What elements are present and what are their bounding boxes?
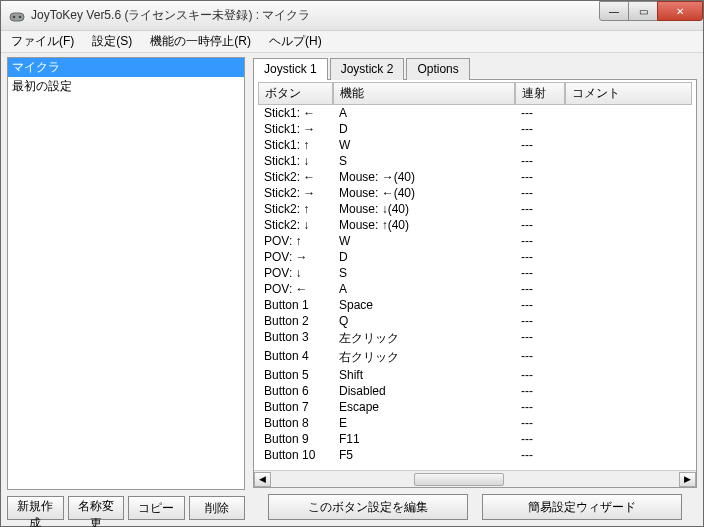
table-row[interactable]: Button 2Q--- bbox=[258, 313, 692, 329]
cell-function: E bbox=[333, 415, 515, 431]
table-row[interactable]: Stick2: ↓Mouse: ↑(40)--- bbox=[258, 217, 692, 233]
tab[interactable]: Joystick 1 bbox=[253, 58, 328, 80]
scroll-left-button[interactable]: ◀ bbox=[254, 472, 271, 487]
table-row[interactable]: Stick2: ←Mouse: →(40)--- bbox=[258, 169, 692, 185]
cell-turbo: --- bbox=[515, 265, 565, 281]
maximize-button[interactable]: ▭ bbox=[628, 1, 658, 21]
cell-button: Stick1: ↓ bbox=[258, 153, 333, 169]
cell-function: W bbox=[333, 137, 515, 153]
table-row[interactable]: Button 5Shift--- bbox=[258, 367, 692, 383]
rename-profile-button[interactable]: 名称変更 bbox=[68, 496, 125, 520]
column-comment[interactable]: コメント bbox=[565, 82, 692, 105]
cell-comment bbox=[565, 153, 692, 169]
cell-comment bbox=[565, 383, 692, 399]
cell-comment bbox=[565, 399, 692, 415]
menu-help[interactable]: ヘルプ(H) bbox=[265, 31, 326, 52]
cell-button: Button 5 bbox=[258, 367, 333, 383]
new-profile-button[interactable]: 新規作成 bbox=[7, 496, 64, 520]
tab[interactable]: Joystick 2 bbox=[330, 58, 405, 80]
cell-turbo: --- bbox=[515, 313, 565, 329]
table-row[interactable]: Button 6Disabled--- bbox=[258, 383, 692, 399]
cell-button: POV: ← bbox=[258, 281, 333, 297]
cell-turbo: --- bbox=[515, 201, 565, 217]
scroll-thumb[interactable] bbox=[414, 473, 504, 486]
table-row[interactable]: POV: ↓S--- bbox=[258, 265, 692, 281]
tab-row: Joystick 1Joystick 2Options bbox=[253, 57, 697, 79]
minimize-button[interactable]: — bbox=[599, 1, 629, 21]
cell-function: Disabled bbox=[333, 383, 515, 399]
window-controls: — ▭ ✕ bbox=[600, 1, 703, 21]
table-row[interactable]: POV: ↑W--- bbox=[258, 233, 692, 249]
cell-comment bbox=[565, 105, 692, 121]
cell-button: Button 3 bbox=[258, 329, 333, 348]
cell-function: 右クリック bbox=[333, 348, 515, 367]
profile-item[interactable]: 最初の設定 bbox=[8, 77, 244, 96]
table-row[interactable]: Stick1: ↓S--- bbox=[258, 153, 692, 169]
maximize-icon: ▭ bbox=[639, 6, 648, 17]
table-row[interactable]: Stick1: ↑W--- bbox=[258, 137, 692, 153]
table-row[interactable]: Button 7Escape--- bbox=[258, 399, 692, 415]
edit-mapping-button[interactable]: このボタン設定を編集 bbox=[268, 494, 468, 520]
cell-function: Mouse: ←(40) bbox=[333, 185, 515, 201]
wizard-button[interactable]: 簡易設定ウィザード bbox=[482, 494, 682, 520]
cell-comment bbox=[565, 233, 692, 249]
column-function[interactable]: 機能 bbox=[333, 82, 515, 105]
cell-button: POV: ↓ bbox=[258, 265, 333, 281]
cell-function: Q bbox=[333, 313, 515, 329]
scroll-right-button[interactable]: ▶ bbox=[679, 472, 696, 487]
menu-file[interactable]: ファイル(F) bbox=[7, 31, 78, 52]
column-button[interactable]: ボタン bbox=[258, 82, 333, 105]
cell-button: Stick2: → bbox=[258, 185, 333, 201]
cell-function: Escape bbox=[333, 399, 515, 415]
svg-point-1 bbox=[13, 15, 16, 18]
cell-button: POV: ↑ bbox=[258, 233, 333, 249]
titlebar[interactable]: JoyToKey Ver5.6 (ライセンスキー未登録) : マイクラ — ▭ … bbox=[1, 1, 703, 31]
copy-profile-button[interactable]: コピー bbox=[128, 496, 185, 520]
cell-comment bbox=[565, 415, 692, 431]
table-row[interactable]: Stick1: ←A--- bbox=[258, 105, 692, 121]
cell-turbo: --- bbox=[515, 105, 565, 121]
table-row[interactable]: Button 8E--- bbox=[258, 415, 692, 431]
table-row[interactable]: Button 9F11--- bbox=[258, 431, 692, 447]
table-row[interactable]: Button 4右クリック--- bbox=[258, 348, 692, 367]
cell-comment bbox=[565, 201, 692, 217]
table-row[interactable]: Button 1Space--- bbox=[258, 297, 692, 313]
cell-comment bbox=[565, 313, 692, 329]
horizontal-scrollbar[interactable]: ◀ ▶ bbox=[254, 470, 696, 487]
cell-turbo: --- bbox=[515, 217, 565, 233]
cell-button: Stick2: ↓ bbox=[258, 217, 333, 233]
cell-function: F11 bbox=[333, 431, 515, 447]
cell-button: Stick1: ↑ bbox=[258, 137, 333, 153]
cell-turbo: --- bbox=[515, 137, 565, 153]
table-row[interactable]: Stick2: ↑Mouse: ↓(40)--- bbox=[258, 201, 692, 217]
content-area: マイクラ最初の設定 新規作成 名称変更 コピー 削除 Joystick 1Joy… bbox=[1, 53, 703, 526]
table-row[interactable]: Stick1: →D--- bbox=[258, 121, 692, 137]
cell-button: Button 6 bbox=[258, 383, 333, 399]
cell-button: Button 2 bbox=[258, 313, 333, 329]
cell-button: Button 1 bbox=[258, 297, 333, 313]
app-window: JoyToKey Ver5.6 (ライセンスキー未登録) : マイクラ — ▭ … bbox=[0, 0, 704, 527]
cell-turbo: --- bbox=[515, 348, 565, 367]
mapping-table[interactable]: ボタン 機能 連射 コメント Stick1: ←A---Stick1: →D--… bbox=[254, 80, 696, 470]
profile-list[interactable]: マイクラ最初の設定 bbox=[7, 57, 245, 490]
cell-function: Mouse: ↓(40) bbox=[333, 201, 515, 217]
table-row[interactable]: Button 10F5--- bbox=[258, 447, 692, 463]
scroll-track[interactable] bbox=[271, 472, 679, 487]
menu-pause[interactable]: 機能の一時停止(R) bbox=[146, 31, 255, 52]
cell-button: Stick2: ↑ bbox=[258, 201, 333, 217]
profile-item[interactable]: マイクラ bbox=[8, 58, 244, 77]
tab[interactable]: Options bbox=[406, 58, 469, 80]
menu-settings[interactable]: 設定(S) bbox=[88, 31, 136, 52]
cell-button: Button 9 bbox=[258, 431, 333, 447]
table-row[interactable]: Stick2: →Mouse: ←(40)--- bbox=[258, 185, 692, 201]
cell-turbo: --- bbox=[515, 383, 565, 399]
cell-turbo: --- bbox=[515, 185, 565, 201]
table-row[interactable]: POV: ←A--- bbox=[258, 281, 692, 297]
delete-profile-button[interactable]: 削除 bbox=[189, 496, 246, 520]
table-row[interactable]: Button 3左クリック--- bbox=[258, 329, 692, 348]
cell-turbo: --- bbox=[515, 281, 565, 297]
cell-comment bbox=[565, 217, 692, 233]
close-button[interactable]: ✕ bbox=[657, 1, 703, 21]
table-row[interactable]: POV: →D--- bbox=[258, 249, 692, 265]
column-turbo[interactable]: 連射 bbox=[515, 82, 565, 105]
